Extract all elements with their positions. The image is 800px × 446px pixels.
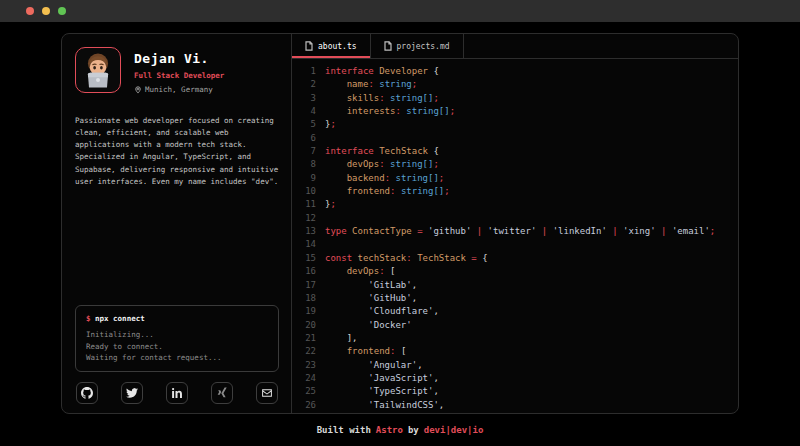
- code-line: 21 ],: [301, 332, 738, 345]
- code-line: 19 'Cloudflare',: [301, 305, 738, 318]
- editor-panel: about.ts projects.md 1interface Develope…: [292, 34, 738, 413]
- linkedin-button[interactable]: [166, 382, 188, 404]
- code-line: 14: [301, 238, 738, 251]
- footer-astro-link[interactable]: Astro: [376, 425, 403, 435]
- xing-button[interactable]: [211, 382, 233, 404]
- profile-bio: Passionate web developer focused on crea…: [75, 115, 279, 188]
- footer-author-link[interactable]: devi|dev|io: [424, 425, 484, 435]
- line-number: 22: [301, 345, 316, 358]
- tab-about-ts[interactable]: about.ts: [292, 34, 371, 58]
- code-line: 2 name: string;: [301, 78, 738, 91]
- email-button[interactable]: [256, 382, 278, 404]
- line-number: 25: [301, 385, 316, 398]
- location-pin-icon: [134, 86, 142, 94]
- line-number: 4: [301, 105, 316, 118]
- portfolio-card: Dejan Vi. Full Stack Developer Munich, G…: [61, 33, 739, 414]
- identity-block: Dejan Vi. Full Stack Developer Munich, G…: [134, 47, 224, 94]
- github-icon: [81, 387, 93, 399]
- file-icon: [384, 41, 392, 51]
- terminal-widget: $ npx connect Initializing... Ready to c…: [75, 305, 279, 372]
- social-links: [75, 382, 279, 404]
- code-line: 8 devOps: string[];: [301, 158, 738, 171]
- terminal-command: $ npx connect: [86, 314, 269, 323]
- tab-label: projects.md: [397, 42, 450, 51]
- code-line: 12: [301, 212, 738, 225]
- line-number: 3: [301, 92, 316, 105]
- code-line: 24 'JavaScript',: [301, 372, 738, 385]
- code-line: 22 frontend: [: [301, 345, 738, 358]
- code-line: 4 interests: string[];: [301, 105, 738, 118]
- twitter-icon: [126, 387, 138, 399]
- line-number: 27: [301, 412, 316, 413]
- tab-bar: about.ts projects.md: [292, 34, 738, 59]
- line-number: 13: [301, 225, 316, 238]
- code-line: 25 'TypeScript',: [301, 385, 738, 398]
- code-line: 10 frontend: string[];: [301, 185, 738, 198]
- github-button[interactable]: [76, 382, 98, 404]
- code-line: 5};: [301, 118, 738, 131]
- line-number: 7: [301, 145, 316, 158]
- line-number: 16: [301, 265, 316, 278]
- line-number: 1: [301, 65, 316, 78]
- line-number: 6: [301, 132, 316, 145]
- profile-name: Dejan Vi.: [134, 51, 224, 66]
- line-number: 10: [301, 185, 316, 198]
- terminal-output-line: Waiting for contact request...: [86, 352, 269, 363]
- line-number: 24: [301, 372, 316, 385]
- code-line: 23 'Angular',: [301, 359, 738, 372]
- line-number: 26: [301, 399, 316, 412]
- code-area[interactable]: 1interface Developer {2 name: string;3 s…: [292, 59, 738, 413]
- twitter-button[interactable]: [121, 382, 143, 404]
- code-line: 1interface Developer {: [301, 65, 738, 78]
- line-number: 15: [301, 252, 316, 265]
- terminal-output-line: Initializing...: [86, 329, 269, 340]
- terminal-output-line: Ready to connect.: [86, 341, 269, 352]
- line-number: 18: [301, 292, 316, 305]
- line-number: 9: [301, 172, 316, 185]
- footer: Built with Astro by devi|dev|io: [0, 414, 800, 445]
- code-line: 9 backend: string[];: [301, 172, 738, 185]
- avatar: [75, 47, 121, 93]
- maximize-window-button[interactable]: [58, 7, 66, 15]
- line-number: 23: [301, 359, 316, 372]
- line-number: 5: [301, 118, 316, 131]
- line-number: 12: [301, 212, 316, 225]
- tab-label: about.ts: [318, 42, 357, 51]
- profile-location: Munich, Germany: [134, 85, 224, 94]
- code-line: 7interface TechStack {: [301, 145, 738, 158]
- code-line: 13type ContactType = 'github' | 'twitter…: [301, 225, 738, 238]
- code-line: 6: [301, 132, 738, 145]
- footer-prefix: Built with: [317, 425, 371, 435]
- profile-role: Full Stack Developer: [134, 71, 224, 80]
- command-text: npx connect: [95, 314, 145, 323]
- code-line: 17 'GitLab',: [301, 279, 738, 292]
- line-number: 8: [301, 158, 316, 171]
- code-line: 27 'PrimeNG',: [301, 412, 738, 413]
- close-window-button[interactable]: [26, 7, 34, 15]
- line-number: 14: [301, 238, 316, 251]
- profile-header: Dejan Vi. Full Stack Developer Munich, G…: [75, 47, 279, 94]
- minimize-window-button[interactable]: [42, 7, 50, 15]
- line-number: 20: [301, 319, 316, 332]
- code-line: 15const techStack: TechStack = {: [301, 252, 738, 265]
- prompt-symbol: $: [86, 314, 91, 323]
- location-text: Munich, Germany: [145, 85, 213, 94]
- xing-icon: [216, 387, 228, 399]
- code-line: 18 'GitHub',: [301, 292, 738, 305]
- code-line: 16 devOps: [: [301, 265, 738, 278]
- line-number: 11: [301, 198, 316, 211]
- profile-panel: Dejan Vi. Full Stack Developer Munich, G…: [62, 34, 292, 413]
- line-number: 19: [301, 305, 316, 318]
- linkedin-icon: [171, 387, 183, 399]
- line-number: 2: [301, 78, 316, 91]
- line-number: 21: [301, 332, 316, 345]
- line-number: 17: [301, 279, 316, 292]
- tab-projects-md[interactable]: projects.md: [371, 34, 464, 58]
- code-line: 3 skills: string[];: [301, 92, 738, 105]
- file-icon: [305, 41, 313, 51]
- window-titlebar: [0, 0, 800, 22]
- footer-middle: by: [408, 425, 419, 435]
- memoji-avatar-graphic: [76, 48, 120, 92]
- code-line: 11};: [301, 198, 738, 211]
- email-icon: [261, 387, 273, 399]
